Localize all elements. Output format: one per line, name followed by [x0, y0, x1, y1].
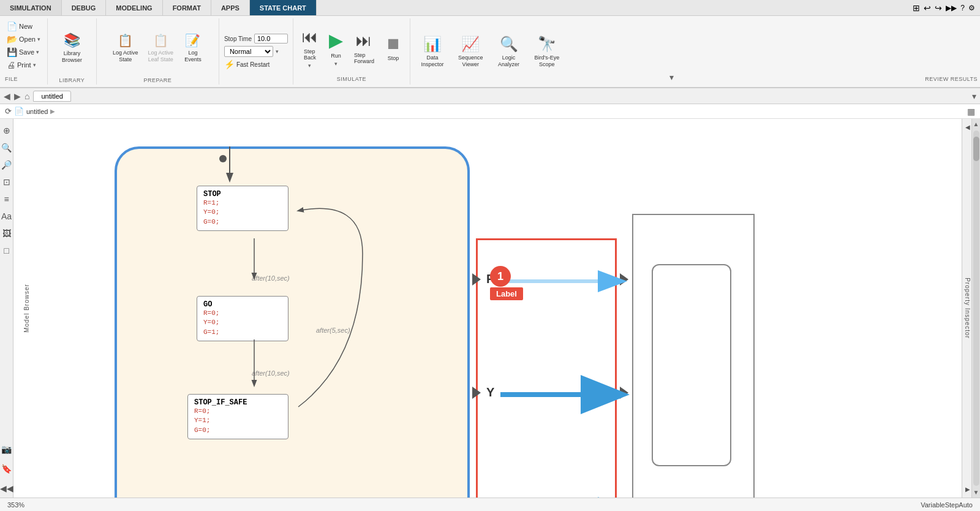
- fit-icon[interactable]: ⊡: [1, 175, 12, 189]
- redo-icon[interactable]: ↪: [935, 3, 942, 13]
- save-button[interactable]: 💾 Save ▾: [5, 47, 42, 58]
- nav-dropdown-icon[interactable]: ▾: [972, 91, 976, 101]
- step-back-button[interactable]: ⏮ StepBack ▾: [298, 25, 322, 71]
- annotate-icon[interactable]: Aa: [0, 210, 13, 223]
- menu-tab-modeling[interactable]: MODELING: [106, 0, 162, 15]
- run-label: Run: [331, 53, 341, 59]
- scrollbar-track: [973, 131, 979, 486]
- zoom-out-icon[interactable]: 🔎: [0, 158, 13, 172]
- stop-icon: ⏹: [385, 34, 401, 53]
- print-label: Print: [17, 61, 31, 69]
- toolbar-icon-grid[interactable]: ⊞: [913, 3, 920, 13]
- scroll-down-button[interactable]: ▼: [971, 487, 980, 498]
- zoom-in-icon[interactable]: 🔍: [0, 141, 13, 154]
- signal-r-chevron-left: [472, 273, 481, 288]
- library-browser-button[interactable]: 📚 LibraryBrowser: [58, 30, 86, 66]
- sequence-viewer-button[interactable]: 📈 SequenceViewer: [453, 33, 488, 70]
- log-active-state-icon: 📋: [118, 33, 133, 48]
- breadcrumb-item-untitled[interactable]: untitled: [26, 108, 48, 115]
- panel-toggle-icon[interactable]: ▦: [967, 107, 975, 116]
- property-inspector-collapse[interactable]: ◀: [965, 124, 970, 131]
- badge-1-label: Label: [490, 287, 523, 300]
- status-zoom: 353%: [7, 501, 24, 509]
- signal-y-chevron-left: [472, 387, 481, 401]
- align-icon[interactable]: ≡: [2, 192, 10, 206]
- logic-analyzer-icon: 🔍: [500, 36, 518, 53]
- state-stop-code: R=1;Y=0;G=0;: [203, 199, 219, 225]
- toolbar: 📄 New 📂 Open ▾ 💾 Save ▾ 🖨 Print ▾ FILE: [0, 16, 980, 88]
- menu-tab-format[interactable]: FORMAT: [163, 0, 211, 15]
- camera-icon[interactable]: 📷: [0, 442, 13, 456]
- nav-left-icon[interactable]: ◀: [4, 91, 10, 101]
- toolbar-prepare-group: 📋 Log ActiveState 📋 Log ActiveLeaf State…: [97, 18, 219, 85]
- data-inspector-button[interactable]: 📊 DataInspector: [415, 33, 450, 70]
- signal-r-chevron-right: [620, 273, 628, 288]
- log-events-label: LogEvents: [184, 50, 202, 63]
- log-active-state-button[interactable]: 📋 Log ActiveState: [109, 31, 142, 66]
- more-icon[interactable]: ▶▶: [946, 4, 957, 12]
- log-active-state-label: Log ActiveState: [113, 50, 138, 63]
- image-icon[interactable]: 🖼: [1, 227, 13, 240]
- scroll-up-button[interactable]: ▲: [971, 119, 980, 129]
- state-go-code: R=0;Y=0;G=1;: [203, 309, 219, 336]
- main-area: ⊕ 🔍 🔎 ⊡ ≡ Aa 🖼 □ 📷 🔖 ◀◀ Model Browser: [0, 119, 980, 498]
- property-inspector-label: Property Inspector: [963, 278, 970, 339]
- review-results-group: 📊 DataInspector 📈 SequenceViewer 🔍 Logic…: [410, 18, 667, 85]
- run-button[interactable]: ▶ Run ▾: [325, 27, 347, 69]
- print-button[interactable]: 🖨 Print ▾: [5, 59, 42, 70]
- stateflow-chart: STOP R=1;Y=0;G=0; after(10,sec) GO R=0;Y…: [115, 146, 470, 498]
- toolbar-file-group: 📄 New 📂 Open ▾ 💾 Save ▾ 🖨 Print ▾ FILE: [0, 18, 48, 85]
- fast-restart-toggle[interactable]: ⚡ Fast Restart: [224, 59, 288, 69]
- print-icon: 🖨: [7, 60, 15, 70]
- select-icon[interactable]: ⊕: [1, 124, 12, 137]
- menu-tab-simulation[interactable]: SIMULATION: [0, 0, 62, 15]
- status-solver: VariableStepAuto: [921, 501, 973, 509]
- open-button[interactable]: 📂 Open ▾: [5, 34, 42, 45]
- simulate-group-label: SIMULATE: [337, 76, 366, 82]
- status-bar: 353% VariableStepAuto: [0, 498, 980, 511]
- settings-icon[interactable]: ⚙: [968, 4, 975, 12]
- sequence-viewer-label: SequenceViewer: [458, 55, 483, 68]
- signal-y-chevron-right: [620, 387, 628, 401]
- refresh-icon[interactable]: ⟳: [5, 107, 12, 116]
- box-icon[interactable]: □: [2, 244, 10, 257]
- transition-label-arc: after(5,sec): [316, 327, 350, 334]
- toolbar-library-group: 📚 LibraryBrowser LIBRARY: [48, 18, 97, 85]
- nav-tab-untitled[interactable]: untitled: [33, 91, 70, 102]
- new-button[interactable]: 📄 New: [5, 21, 42, 32]
- stop-button[interactable]: ⏹ Stop: [382, 32, 405, 64]
- solver-select[interactable]: Normal Accelerator Rapid: [224, 46, 273, 57]
- logic-analyzer-button[interactable]: 🔍 LogicAnalyzer: [492, 33, 526, 70]
- state-go[interactable]: GO R=0;Y=0;G=1;: [197, 296, 288, 341]
- data-inspector-label: DataInspector: [421, 55, 443, 68]
- state-stop-if-safe[interactable]: STOP_IF_SAFE R=0;Y=1;G=0;: [187, 394, 288, 439]
- library-group-label: LIBRARY: [59, 77, 85, 83]
- undo-icon[interactable]: ↩: [924, 3, 931, 13]
- nav-home-icon[interactable]: ⌂: [24, 91, 29, 101]
- signal-y-label: Y: [486, 385, 494, 399]
- collapse-left-icon[interactable]: ◀◀: [0, 482, 15, 495]
- data-inspector-icon: 📊: [423, 36, 442, 53]
- simulate-group: ⏮ StepBack ▾ ▶ Run ▾ ⏭ StepForward ⏹ Sto…: [293, 18, 410, 85]
- state-stop[interactable]: STOP R=1;Y=0;G=0;: [197, 186, 288, 231]
- scrollbar-thumb[interactable]: [973, 137, 979, 161]
- menu-tab-statechart[interactable]: STATE CHART: [250, 0, 317, 15]
- step-forward-button[interactable]: ⏭ StepForward: [350, 29, 378, 67]
- property-inspector-expand[interactable]: ▶: [965, 486, 970, 493]
- log-active-leaf-state-button[interactable]: 📋 Log ActiveLeaf State: [144, 31, 177, 66]
- breadcrumb-bar: ⟳ 📄 untitled ▶ ▦: [0, 104, 980, 119]
- transition-label-2: after(10,sec): [252, 369, 290, 377]
- log-events-button[interactable]: 📝 LogEvents: [179, 31, 206, 66]
- help-icon[interactable]: ?: [960, 4, 965, 12]
- bookmark-icon[interactable]: 🔖: [0, 462, 13, 475]
- stop-time-input[interactable]: [254, 34, 288, 44]
- new-icon: 📄: [7, 21, 17, 31]
- menu-tab-debug[interactable]: DEBUG: [62, 0, 107, 15]
- transition-label-1: after(10,sec): [252, 274, 290, 282]
- step-back-icon: ⏮: [302, 28, 318, 47]
- birds-eye-scope-button[interactable]: 🔭 Bird's-EyeScope: [530, 33, 565, 70]
- menu-tab-apps[interactable]: APPS: [211, 0, 250, 15]
- v-scrollbar: ▲ ▼: [971, 119, 980, 498]
- step-forward-icon: ⏭: [356, 31, 372, 50]
- nav-right-icon[interactable]: ▶: [14, 91, 21, 101]
